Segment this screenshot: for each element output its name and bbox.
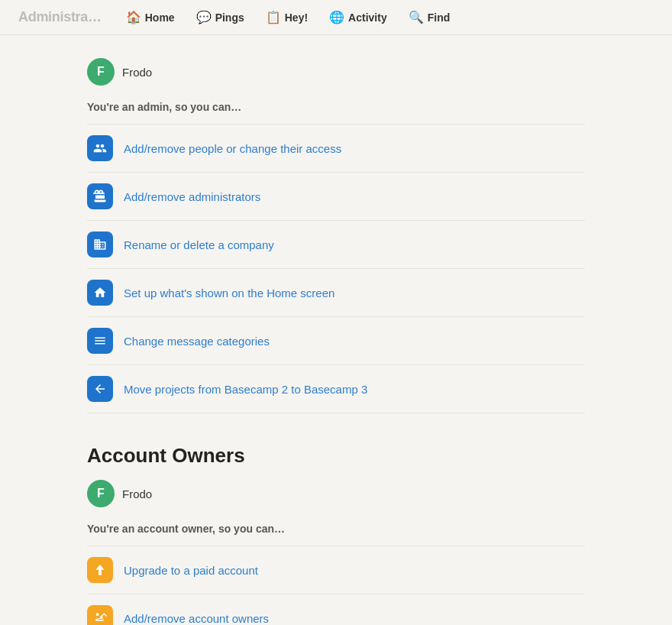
activity-icon: 🌐	[329, 10, 344, 24]
find-icon: 🔍	[409, 10, 424, 24]
owner-action-list: Upgrade to a paid account Add/remove acc…	[87, 546, 585, 625]
admin-person-name: Frodo	[122, 66, 152, 79]
action-rename-company[interactable]: Rename or delete a company	[87, 221, 585, 269]
rename-company-icon	[87, 232, 113, 257]
add-admins-label: Add/remove administrators	[124, 190, 260, 203]
owner-person-row: F Frodo	[87, 480, 585, 507]
nav-links: 🏠 Home 💬 Pings 📋 Hey! 🌐 Activity 🔍 Find	[117, 5, 460, 29]
nav-find[interactable]: 🔍 Find	[399, 5, 460, 29]
nav-home[interactable]: 🏠 Home	[117, 5, 184, 29]
nav-hey[interactable]: 📋 Hey!	[257, 5, 317, 29]
move-projects-label: Move projects from Basecamp 2 to Basecam…	[124, 383, 367, 396]
admin-action-list: Add/remove people or change their access…	[87, 124, 585, 413]
rename-company-label: Rename or delete a company	[124, 238, 274, 251]
message-cats-label: Change message categories	[124, 335, 270, 348]
hey-icon: 📋	[266, 10, 281, 24]
nav-title: Administra…	[18, 9, 102, 25]
owners-section: Account Owners F Frodo You're an account…	[87, 444, 585, 625]
nav-pings[interactable]: 💬 Pings	[187, 5, 254, 29]
admin-person-row: F Frodo	[87, 58, 585, 86]
add-people-label: Add/remove people or change their access	[124, 142, 341, 155]
admin-can-label: You're an admin, so you can…	[87, 101, 585, 113]
nav-home-label: Home	[145, 11, 175, 24]
main-content: F Frodo You're an admin, so you can… Add…	[69, 35, 603, 625]
action-add-admins[interactable]: Add/remove administrators	[87, 173, 585, 221]
add-owners-label: Add/remove account owners	[124, 612, 269, 625]
action-move-projects[interactable]: Move projects from Basecamp 2 to Basecam…	[87, 365, 585, 413]
message-cats-icon	[87, 328, 113, 354]
pings-icon: 💬	[196, 10, 212, 24]
owner-can-label: You're an account owner, so you can…	[87, 523, 585, 535]
nav-pings-label: Pings	[215, 11, 244, 24]
action-upgrade[interactable]: Upgrade to a paid account	[87, 546, 585, 594]
owner-avatar: F	[87, 480, 115, 507]
action-message-cats[interactable]: Change message categories	[87, 317, 585, 365]
nav-find-label: Find	[428, 11, 451, 24]
add-people-icon	[87, 135, 113, 161]
owners-section-title: Account Owners	[87, 444, 585, 468]
home-screen-icon	[87, 280, 113, 306]
admin-avatar: F	[87, 58, 115, 86]
nav-activity-label: Activity	[348, 11, 387, 24]
home-icon: 🏠	[126, 10, 141, 24]
action-add-people[interactable]: Add/remove people or change their access	[87, 125, 585, 173]
move-projects-icon	[87, 376, 113, 402]
nav-activity[interactable]: 🌐 Activity	[320, 5, 396, 29]
add-owners-icon	[87, 605, 113, 625]
action-add-owners[interactable]: Add/remove account owners	[87, 594, 585, 625]
action-home-screen[interactable]: Set up what's shown on the Home screen	[87, 269, 585, 317]
home-screen-label: Set up what's shown on the Home screen	[124, 287, 334, 300]
owner-person-name: Frodo	[122, 487, 152, 500]
upgrade-icon	[87, 557, 113, 583]
add-admins-icon	[87, 183, 113, 209]
top-nav: Administra… 🏠 Home 💬 Pings 📋 Hey! 🌐 Acti…	[0, 0, 672, 35]
upgrade-label: Upgrade to a paid account	[124, 564, 258, 577]
nav-hey-label: Hey!	[285, 11, 308, 24]
